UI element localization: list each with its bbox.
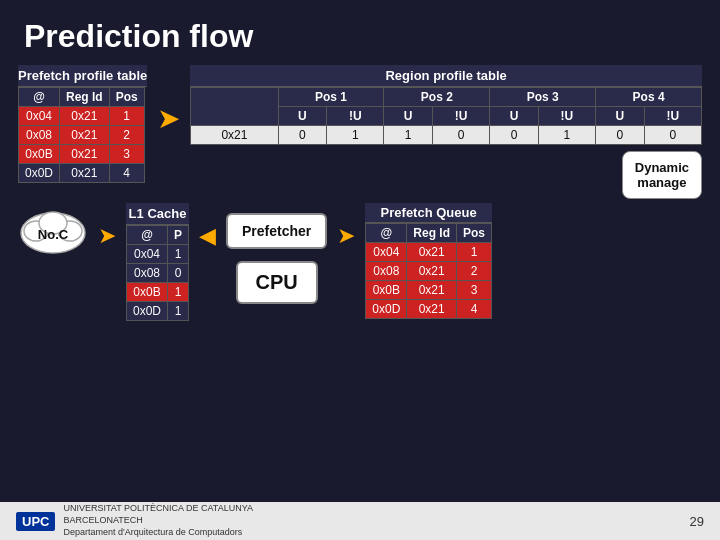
prefetch-profile-title: Prefetch profile table (18, 65, 147, 87)
region-sub-u1: U (278, 107, 326, 126)
table-row: 0x0D1 (127, 302, 189, 321)
l1-col-p: P (168, 226, 189, 245)
cpu-box: CPU (236, 261, 318, 304)
table-row: 0x080x212 (366, 262, 492, 281)
prefetch-col-pos: Pos (109, 88, 144, 107)
prefetch-col-regid: Reg Id (60, 88, 110, 107)
page-title: Prediction flow (0, 0, 720, 65)
l1-cache-title: L1 Cache (126, 203, 189, 225)
footer-logo-section: UPC UNIVERSITAT POLITÈCNICA DE CATALUNYA… (16, 503, 253, 538)
region-pos2-header: Pos 2 (384, 88, 490, 107)
region-sub-iu4: !U (644, 107, 701, 126)
region-sub-u3: U (490, 107, 538, 126)
dynamic-manage-box: Dynamicmanage (622, 151, 702, 199)
table-row: 0x041 (127, 245, 189, 264)
region-pos1-header: Pos 1 (278, 88, 384, 107)
table-row: 0x0B0x213 (366, 281, 492, 300)
queue-col-pos: Pos (456, 224, 491, 243)
l1-cache-table: L1 Cache @ P 0x0410x0800x0B10x0D1 (126, 203, 189, 321)
prefetch-profile-table: Prefetch profile table @ Reg Id Pos 0x04… (18, 65, 147, 183)
university-line2: BARCELONATECH (63, 515, 253, 527)
arrow-noc-l1: ➤ (98, 223, 116, 249)
slide: Prediction flow Prefetch profile table @… (0, 0, 720, 540)
prefetcher-box: Prefetcher (226, 213, 327, 249)
arrow-prefetch-to-region: ➤ (157, 105, 180, 133)
noc-text: No.C (38, 227, 69, 242)
prefetch-queue-title: Prefetch Queue (365, 203, 492, 223)
region-sub-u2: U (384, 107, 432, 126)
region-sub-u4: U (596, 107, 644, 126)
region-pos4-header: Pos 4 (596, 88, 702, 107)
queue-col-addr: @ (366, 224, 407, 243)
prefetch-queue-table: Prefetch Queue @ Reg Id Pos 0x040x2110x0… (365, 203, 492, 319)
university-line1: UNIVERSITAT POLITÈCNICA DE CATALUNYA (63, 503, 253, 515)
region-profile-table: Region profile table Pos 1 Pos 2 Pos 3 P… (190, 65, 702, 199)
table-row: 0x0D0x214 (366, 300, 492, 319)
page-number: 29 (690, 514, 704, 529)
region-pos3-header: Pos 3 (490, 88, 596, 107)
table-row: 0x080 (127, 264, 189, 283)
region-sub-iu1: !U (327, 107, 384, 126)
region-profile-title: Region profile table (190, 65, 702, 87)
region-col-regid (191, 88, 278, 126)
table-row: 0x0B1 (127, 283, 189, 302)
queue-col-regid: Reg Id (407, 224, 457, 243)
table-row: 0x080x212 (19, 126, 145, 145)
prefetch-col-addr: @ (19, 88, 60, 107)
footer-university-text: UNIVERSITAT POLITÈCNICA DE CATALUNYA BAR… (63, 503, 253, 538)
table-row: 0x2101100100 (191, 126, 702, 145)
arrow-l1-prefetcher: ◀ (199, 223, 216, 249)
footer: UPC UNIVERSITAT POLITÈCNICA DE CATALUNYA… (0, 502, 720, 540)
upc-logo: UPC (16, 512, 55, 531)
arrow-right-icon: ➤ (157, 105, 180, 133)
footer-department: Departament d'Arquitectura de Computador… (63, 527, 253, 539)
table-row: 0x0B0x213 (19, 145, 145, 164)
region-sub-iu2: !U (432, 107, 489, 126)
table-row: 0x0D0x214 (19, 164, 145, 183)
table-row: 0x040x211 (19, 107, 145, 126)
arrow-prefetcher-queue: ➤ (337, 223, 355, 249)
table-row: 0x040x211 (366, 243, 492, 262)
noc-cloud-icon: No.C (18, 203, 88, 258)
l1-col-addr: @ (127, 226, 168, 245)
region-sub-iu3: !U (538, 107, 595, 126)
